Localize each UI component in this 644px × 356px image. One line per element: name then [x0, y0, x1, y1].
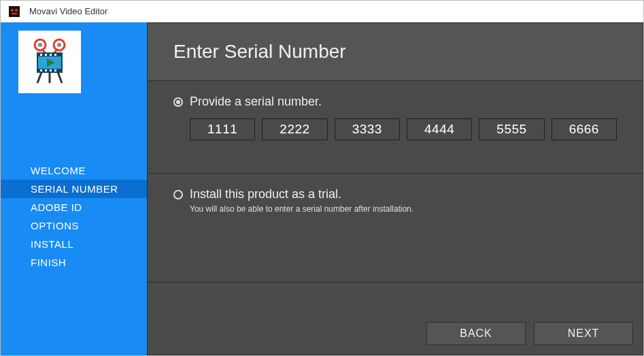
page-header: Enter Serial Number — [147, 22, 643, 81]
serial-field-5[interactable] — [479, 118, 544, 140]
serial-field-1[interactable] — [190, 118, 255, 140]
nav-welcome[interactable]: WELCOME — [1, 161, 147, 180]
step-nav: WELCOME SERIAL NUMBER ADOBE ID OPTIONS I… — [1, 161, 147, 272]
svg-rect-12 — [45, 54, 47, 56]
trial-note: You will also be able to enter a serial … — [190, 204, 617, 214]
svg-line-20 — [37, 72, 41, 83]
app-icon — [9, 6, 20, 17]
nav-finish[interactable]: FINISH — [1, 253, 147, 272]
serial-field-3[interactable] — [335, 118, 400, 140]
titlebar: Movavi Video Editor — [1, 1, 643, 22]
svg-rect-13 — [50, 54, 52, 56]
svg-point-2 — [15, 9, 18, 12]
svg-rect-15 — [40, 69, 42, 71]
nav-options[interactable]: OPTIONS — [1, 216, 147, 235]
trial-section: Install this product as a trial. You wil… — [147, 174, 643, 282]
svg-rect-14 — [54, 54, 56, 56]
svg-point-1 — [11, 9, 14, 12]
nav-serial-number[interactable]: SERIAL NUMBER — [1, 180, 147, 198]
nav-adobe-id[interactable]: ADOBE ID — [1, 198, 147, 216]
nav-install[interactable]: INSTALL — [1, 235, 147, 253]
svg-rect-18 — [54, 69, 56, 71]
back-button[interactable]: BACK — [426, 322, 526, 345]
serial-section: Provide a serial number. — [147, 81, 643, 174]
svg-point-5 — [38, 43, 42, 47]
serial-field-4[interactable] — [407, 118, 472, 140]
svg-rect-3 — [12, 13, 17, 14]
footer: BACK NEXT — [147, 282, 643, 355]
app-title: Movavi Video Editor — [29, 6, 107, 16]
sidebar: WELCOME SERIAL NUMBER ADOBE ID OPTIONS I… — [1, 22, 147, 355]
svg-point-7 — [57, 43, 61, 47]
svg-rect-16 — [45, 69, 47, 71]
svg-rect-17 — [50, 69, 52, 71]
trial-radio-label: Install this product as a trial. — [190, 187, 341, 201]
page-title: Enter Serial Number — [173, 41, 643, 63]
svg-rect-0 — [9, 6, 20, 17]
serial-radio-row[interactable]: Provide a serial number. — [173, 95, 617, 109]
serial-field-6[interactable] — [552, 118, 617, 140]
serial-radio-label: Provide a serial number. — [190, 95, 322, 109]
installer-window: Movavi Video Editor — [0, 0, 644, 356]
main-panel: Enter Serial Number Provide a serial num… — [147, 22, 643, 355]
serial-input-row — [190, 118, 617, 140]
product-logo — [18, 31, 81, 93]
next-button[interactable]: NEXT — [534, 322, 633, 345]
trial-radio-row[interactable]: Install this product as a trial. — [173, 187, 617, 201]
radio-trial[interactable] — [173, 190, 183, 199]
serial-field-2[interactable] — [262, 118, 327, 140]
radio-serial[interactable] — [173, 97, 183, 107]
body: WELCOME SERIAL NUMBER ADOBE ID OPTIONS I… — [1, 22, 643, 355]
svg-rect-11 — [40, 54, 42, 56]
svg-line-21 — [58, 72, 62, 83]
